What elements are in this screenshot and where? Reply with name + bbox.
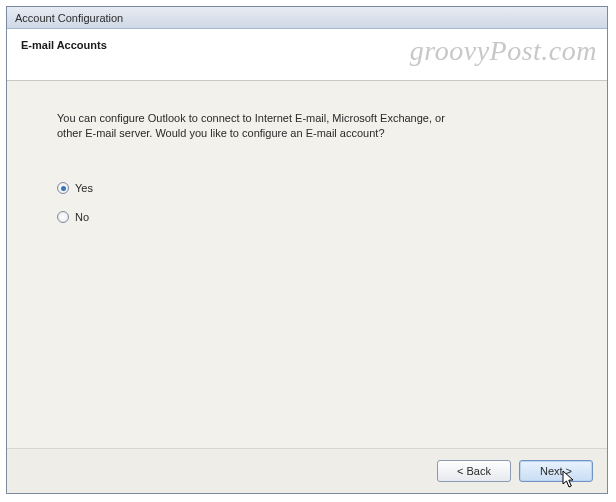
radio-icon [57, 182, 69, 194]
configure-radio-group: Yes No [57, 181, 557, 225]
radio-yes-label: Yes [75, 181, 93, 196]
back-button[interactable]: < Back [437, 460, 511, 482]
back-button-label: < Back [457, 465, 491, 477]
wizard-footer: < Back Next > [7, 449, 607, 493]
radio-no[interactable]: No [57, 210, 557, 225]
window-title: Account Configuration [15, 12, 123, 24]
radio-icon [57, 211, 69, 223]
next-button[interactable]: Next > [519, 460, 593, 482]
next-button-label: Next > [540, 465, 572, 477]
titlebar: Account Configuration [7, 7, 607, 29]
radio-yes[interactable]: Yes [57, 181, 557, 196]
prompt-line-2: other E-mail server. Would you like to c… [57, 126, 557, 141]
dialog-window: Account Configuration E-mail Accounts gr… [6, 6, 608, 494]
wizard-header: E-mail Accounts groovyPost.com [7, 29, 607, 81]
prompt-line-1: You can configure Outlook to connect to … [57, 111, 557, 126]
page-heading: E-mail Accounts [21, 39, 593, 51]
prompt-text: You can configure Outlook to connect to … [57, 111, 557, 141]
radio-no-label: No [75, 210, 89, 225]
wizard-content: You can configure Outlook to connect to … [7, 81, 607, 449]
